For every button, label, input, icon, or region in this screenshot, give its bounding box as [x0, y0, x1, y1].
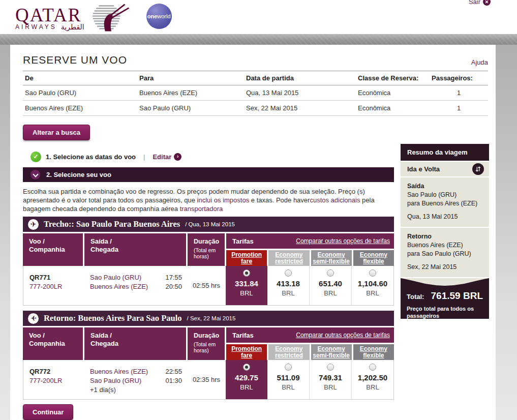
fare-class-economy-semi-flexible[interactable]: Economy semi-flexible [311, 250, 352, 266]
aircraft-link[interactable]: 777-200LR [29, 283, 62, 290]
flight-duration: 02:35 hrs [187, 360, 226, 399]
fare-radio[interactable] [243, 364, 250, 371]
flight-column-header: Voo / Companhia [23, 233, 83, 266]
sidebar-total-block: Total: 761.59 BRL Preço total para todos… [401, 278, 489, 319]
duration-column-header: Duração (Total em horas) [188, 233, 225, 266]
help-link[interactable]: Ajuda [471, 58, 488, 66]
cell-class: Econômica [356, 85, 430, 101]
brand-arabic-text: القطرية [61, 23, 84, 31]
fare-class-economy-semi-flexible[interactable]: Economy semi-flexible [311, 344, 352, 360]
edit-dates-link[interactable]: Editar › [153, 153, 181, 161]
cell-to: Buenos Aires (EZE) [137, 85, 244, 101]
logout-label: Sair [469, 0, 480, 6]
fare-option-economy-flexible[interactable]: 1,104.60 BRL [351, 266, 393, 305]
trip-type-label: Ida e Volta [407, 165, 440, 173]
outbound-to: para Buenos Aires (EZE) [407, 199, 482, 208]
return-from: Buenos Aires (EZE) [407, 241, 482, 250]
aircraft-link[interactable]: 777-200LR [29, 377, 62, 384]
cell-passengers: 1 [430, 101, 488, 116]
oryx-icon [85, 3, 130, 34]
return-to: para Sao Paulo (GRU) [407, 250, 482, 258]
outbound-section-title: Trecho:: Sao Paulo Para Buenos Aires [44, 219, 180, 229]
search-summary-table: De Para Data de partida Classe de Reserv… [23, 71, 488, 116]
departure-column-header: Saída / Chegada [84, 233, 186, 266]
fare-option-economy-semi-flexible[interactable]: 749.31 BRL [309, 360, 351, 399]
arrival-time: 01:30 [165, 376, 182, 385]
column-header-class: Classe de Reserva: [356, 71, 430, 85]
main-card: RESERVE UM VOO Ajuda De Para Data de par… [10, 45, 496, 420]
chevron-down-icon[interactable] [31, 170, 40, 179]
carrier-link[interactable]: transportadora [180, 205, 223, 213]
fare-option-promotion[interactable]: 331.84 BRL [226, 266, 267, 305]
return-date: Sex, 22 Mai 2015 [407, 263, 482, 272]
fare-radio[interactable] [285, 269, 292, 277]
taxes-link[interactable]: inclui os impostos [197, 196, 250, 204]
step1-label: 1. Selecione as datas do voo [46, 153, 136, 161]
fares-header: Tarifas [232, 237, 254, 245]
return-label: Retorno [407, 232, 482, 241]
cell-from: Sao Paulo (GRU) [23, 85, 137, 101]
fare-class-economy-restricted[interactable]: Economy restricted [268, 250, 309, 266]
fare-class-promotion[interactable]: Promotion fare [226, 344, 267, 360]
total-amount: 761.59 BRL [431, 290, 483, 302]
continue-button[interactable]: Continuar [23, 404, 73, 420]
outbound-section: ✈ Trecho:: Sao Paulo Para Buenos Aires /… [23, 217, 394, 306]
fare-class-promotion[interactable]: Promotion fare [226, 250, 267, 266]
cell-to: Sao Paulo (GRU) [137, 101, 244, 116]
logout-link[interactable]: Sair ✕ [469, 0, 491, 6]
page-title: RESERVE UM VOO [23, 54, 127, 66]
brand-qatar-text: QATAR [15, 6, 84, 25]
column-header-date: Data de partida [244, 71, 356, 85]
arrival-city: Sao Paulo (GRU) [90, 376, 165, 385]
departure-city: Buenos Aires (EZE) [90, 367, 165, 376]
arrival-city: Buenos Aires (EZE) [90, 282, 165, 291]
intro-text: Escolha sua partida e combinação voo de … [23, 187, 394, 213]
round-trip-swap-icon [472, 163, 484, 175]
fare-radio[interactable] [369, 364, 376, 371]
fare-option-economy-flexible[interactable]: 1,202.50 BRL [351, 360, 393, 399]
sidebar-return-block: Retorno Buenos Aires (EZE) para Sao Paul… [401, 228, 489, 278]
flight-column-header: Voo / Companhia [23, 327, 83, 360]
outbound-section-date: / Qua, 13 Mai 2015 [185, 221, 235, 227]
compare-fares-link[interactable]: Comparar outras opções de tarifas [296, 332, 390, 339]
cell-class: Econômica [356, 101, 430, 116]
logout-x-icon: ✕ [483, 0, 491, 6]
flight-number: QR771 [29, 273, 84, 282]
fare-option-economy-semi-flexible[interactable]: 651.40 BRL [309, 266, 351, 305]
outbound-date: Qua, 13 Mai 2015 [407, 213, 482, 221]
flight-duration: 02:55 hrs [187, 266, 226, 305]
qatar-airways-logo: QATAR AIRWAYS القطرية [15, 2, 130, 34]
cell-from: Buenos Aires (EZE) [23, 101, 137, 116]
change-search-button[interactable]: Alterar a busca [23, 125, 90, 140]
departure-time: 22:55 [165, 367, 182, 376]
fare-radio[interactable] [285, 364, 292, 371]
fare-radio[interactable] [327, 364, 334, 371]
fare-radio[interactable] [327, 269, 334, 277]
outbound-flight-row: QR771 777-200LR Sao Paulo (GRU) Buenos A… [23, 266, 394, 306]
total-label: Total: [407, 293, 424, 301]
step2-label: 2. Selecione seu voo [46, 171, 111, 178]
duration-column-header: Duração (Total em horas) [188, 327, 225, 360]
fare-class-economy-flexible[interactable]: Economy flexible [353, 250, 394, 266]
fares-header: Tarifas [232, 332, 254, 339]
cell-passengers: 1 [430, 85, 488, 101]
column-header-passengers: Passageiros: [430, 71, 488, 85]
fare-option-promotion[interactable]: 429.75 BRL [226, 360, 267, 399]
plus-day-note: +1 dia(s) [90, 385, 165, 395]
plane-right-icon: ✈ [28, 219, 39, 230]
fare-option-economy-restricted[interactable]: 413.18 BRL [267, 266, 309, 305]
additional-costs-link[interactable]: custos adicionais [310, 196, 360, 204]
oneworld-logo: oneworld [146, 4, 172, 29]
table-row: Sao Paulo (GRU) Buenos Aires (EZE) Qua, … [23, 85, 488, 101]
compare-fares-link[interactable]: Comparar outras opções de tarifas [296, 237, 390, 245]
outbound-from: Sao Paulo (GRU) [407, 191, 482, 199]
fare-radio[interactable] [243, 269, 250, 277]
fare-class-economy-flexible[interactable]: Economy flexible [353, 344, 394, 360]
departure-column-header: Saída / Chegada [84, 327, 186, 360]
fare-class-economy-restricted[interactable]: Economy restricted [268, 344, 309, 360]
fare-radio[interactable] [369, 269, 376, 277]
decorative-band [0, 34, 517, 45]
cell-date: Sex, 22 Mai 2015 [244, 101, 356, 116]
arrow-right-icon: › [174, 153, 181, 161]
fare-option-economy-restricted[interactable]: 511.09 BRL [267, 360, 309, 399]
